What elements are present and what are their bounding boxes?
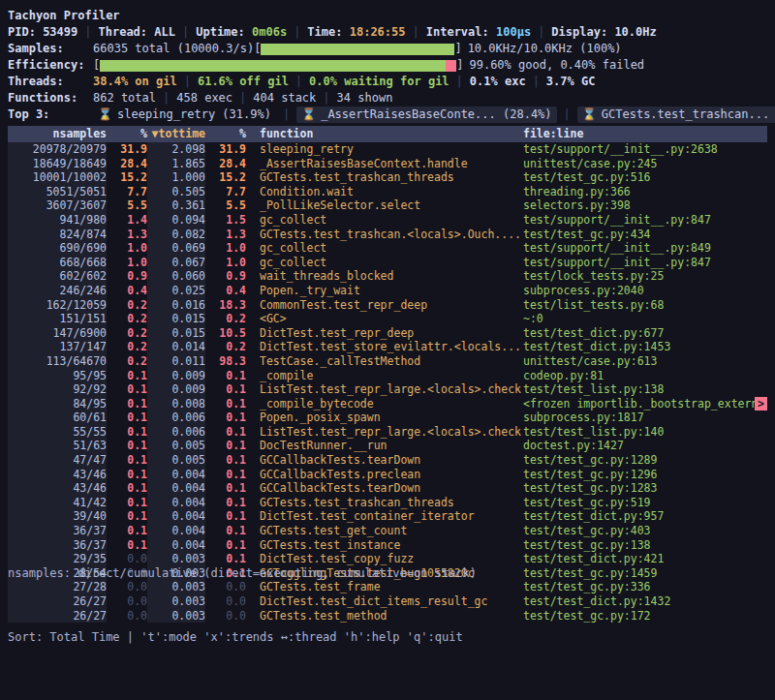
table-row: 10001/1000215.21.00015.2GCTests.test_tra… bbox=[8, 170, 767, 185]
file-path: unittest/case.py:613 bbox=[523, 354, 657, 369]
cell-tottime: 0.005 bbox=[147, 453, 205, 468]
efficiency-good-fill bbox=[100, 60, 446, 72]
cell-tottime: 0.361 bbox=[147, 198, 205, 213]
cell-direct-pct: 0.1 bbox=[107, 382, 147, 397]
functions-stats: 862 total|458 exec|404 stack|34 shown bbox=[93, 90, 392, 107]
column-header-file-line[interactable]: file:line bbox=[523, 126, 767, 142]
cell-function: _PollLikeSelector.select bbox=[260, 198, 523, 213]
cell-file-line: test/test_gc.py:1283 bbox=[523, 481, 767, 496]
cell-function: GCCallbackTests.tearDown bbox=[260, 453, 523, 468]
cell-nsamples: 5051/5051 bbox=[8, 185, 107, 199]
efficiency-text: 99.60% good, 0.40% failed bbox=[469, 57, 644, 74]
cell-nsamples: 60/61 bbox=[8, 411, 107, 425]
table-row: 690/6901.00.0691.0gc_collecttest/support… bbox=[8, 241, 767, 256]
cell-function: GCTests.test_trashcan_threads bbox=[260, 170, 523, 185]
file-path: test/support/__init__.py:847 bbox=[523, 256, 711, 270]
cell-direct-pct: 15.2 bbox=[107, 170, 147, 185]
table-row: 43/460.10.0040.1GCCallbackTests.preclean… bbox=[8, 468, 767, 482]
cell-nsamples: 41/42 bbox=[8, 496, 107, 510]
file-path: test/test_gc.py:403 bbox=[523, 524, 651, 538]
cell-file-line: unittest/case.py:245 bbox=[523, 157, 767, 171]
cell-cumulative-pct: 98.3 bbox=[205, 354, 246, 369]
table-row: 668/6681.00.0671.0gc_collecttest/support… bbox=[8, 256, 767, 270]
cell-file-line: test/test_dict.py:1432 bbox=[523, 594, 767, 609]
column-header-tottime[interactable]: ▼tottime bbox=[147, 126, 205, 142]
cell-file-line: doctest.py:1427 bbox=[523, 439, 767, 453]
table-row: 95/950.10.0090.1_compilecodeop.py:81 bbox=[8, 369, 767, 383]
thread-stat: 0.1% exc bbox=[470, 74, 526, 90]
cell-nsamples: 43/46 bbox=[8, 481, 107, 496]
stat-label: Thread: bbox=[98, 25, 154, 39]
cell-file-line: test/test_gc.py:138 bbox=[523, 538, 767, 553]
cell-function: TestCase._callTestMethod bbox=[260, 354, 523, 369]
stat-value: 10.0Hz bbox=[614, 25, 656, 39]
file-path: test/test_gc.py:172 bbox=[523, 609, 651, 624]
table-row: 3607/36075.50.3615.5_PollLikeSelector.se… bbox=[8, 198, 767, 213]
column-header-direct-pct[interactable]: % bbox=[107, 126, 147, 142]
cell-direct-pct: 0.1 bbox=[107, 496, 147, 510]
cell-cumulative-pct: 15.2 bbox=[205, 170, 246, 185]
cell-cumulative-pct: 0.1 bbox=[205, 481, 246, 496]
column-header-nsamples[interactable]: nsamples bbox=[8, 126, 107, 142]
stat-time: Time: 18:26:55 bbox=[307, 24, 405, 41]
separator: | bbox=[533, 74, 540, 90]
cell-function: GCCallbackTests.preclean bbox=[260, 468, 523, 482]
stat-value: 100µs bbox=[496, 25, 531, 39]
cell-function: GCTests.test_trashcan.<locals>.Ouch.... bbox=[260, 228, 523, 242]
footer-keybindings: Sort: Total Time | 't':mode 'x':trends ↔… bbox=[8, 626, 477, 648]
functions-stat: 34 shown bbox=[337, 90, 393, 107]
table-row: 92/920.10.0090.1ListTest.test_repr_large… bbox=[8, 382, 767, 397]
table-row: 113/646700.20.01198.3TestCase._callTestM… bbox=[8, 354, 767, 369]
column-header-function[interactable]: function bbox=[260, 126, 523, 142]
cell-tottime: 0.006 bbox=[147, 411, 205, 425]
cell-cumulative-pct: 0.2 bbox=[205, 312, 246, 326]
cell-direct-pct: 0.1 bbox=[107, 397, 147, 411]
cell-file-line: subprocess.py:2040 bbox=[523, 284, 767, 298]
file-path: test/list_tests.py:68 bbox=[523, 298, 664, 313]
file-path: test/test_gc.py:519 bbox=[523, 496, 651, 510]
samples-progress-bar bbox=[261, 44, 454, 55]
file-path: test/test_gc.py:1283 bbox=[523, 481, 657, 496]
cell-nsamples: 84/95 bbox=[8, 397, 107, 411]
cell-file-line: selectors.py:398 bbox=[523, 198, 767, 213]
functions-stat: 458 exec bbox=[176, 90, 232, 107]
top3-item: ⌛_AssertRaisesBaseConte... (28.4%) bbox=[296, 107, 556, 123]
cell-function: DictTest.test_store_evilattr.<locals... bbox=[260, 340, 523, 354]
table-row: 55/550.10.0060.1ListTest.test_repr_large… bbox=[8, 425, 767, 440]
file-path: subprocess.py:2040 bbox=[523, 284, 644, 298]
cell-function: ListTest.test_repr_large.<locals>.check bbox=[260, 425, 523, 440]
separator: | bbox=[84, 24, 91, 41]
table-row: 137/1470.20.0140.2DictTest.test_store_ev… bbox=[8, 340, 767, 354]
samples-total-text: 66035 total (10000.3/s) bbox=[93, 41, 254, 57]
cell-function: DictTest.test_repr_deep bbox=[260, 326, 523, 341]
cell-function: DocTestRunner.__run bbox=[260, 439, 523, 453]
column-header-cumulative-pct[interactable]: % bbox=[205, 126, 246, 142]
cell-function: _AssertRaisesBaseContext.handle bbox=[260, 157, 523, 171]
table-row: 43/460.10.0040.1GCCallbackTests.tearDown… bbox=[8, 481, 767, 496]
table-row: 824/8741.30.0821.3GCTests.test_trashcan.… bbox=[8, 228, 767, 242]
cell-tottime: 0.004 bbox=[147, 481, 205, 496]
cell-tottime: 0.015 bbox=[147, 326, 205, 341]
file-path: test/test_dict.py:677 bbox=[523, 326, 664, 341]
cell-file-line: codeop.py:81 bbox=[523, 369, 767, 383]
efficiency-bar-close-bracket: ] bbox=[456, 57, 463, 74]
cell-tottime: 0.009 bbox=[147, 369, 205, 383]
top3-item: ⌛sleeping_retry (31.9%) bbox=[93, 107, 276, 123]
cell-direct-pct: 0.1 bbox=[107, 439, 147, 453]
threads-label: Threads: bbox=[8, 74, 93, 90]
cell-function: Popen._try_wait bbox=[260, 284, 523, 298]
stat-label: Uptime: bbox=[196, 25, 252, 39]
cell-tottime: 0.004 bbox=[147, 496, 205, 510]
cell-cumulative-pct: 0.1 bbox=[205, 397, 246, 411]
stat-label: Time: bbox=[307, 25, 349, 39]
cell-tottime: 0.505 bbox=[147, 185, 205, 199]
cell-cumulative-pct: 1.0 bbox=[205, 241, 246, 256]
cell-direct-pct: 0.2 bbox=[107, 298, 147, 313]
cell-tottime: 0.025 bbox=[147, 284, 205, 298]
cell-direct-pct: 0.2 bbox=[107, 354, 147, 369]
cell-function: Condition.wait bbox=[260, 185, 523, 199]
cell-nsamples: 668/668 bbox=[8, 256, 107, 270]
file-path: test/support/__init__.py:2638 bbox=[523, 142, 718, 157]
cell-tottime: 0.008 bbox=[147, 397, 205, 411]
file-path: unittest/case.py:245 bbox=[523, 157, 657, 171]
